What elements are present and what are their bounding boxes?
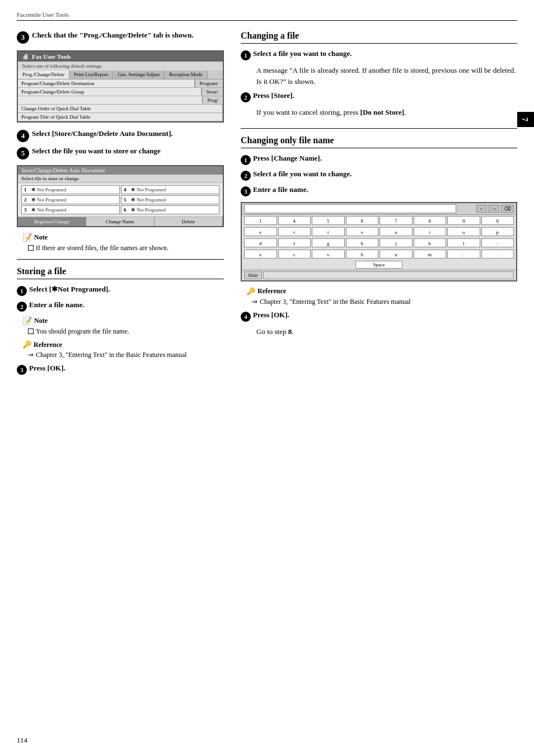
cname-step-1-text: Press [Change Name].	[253, 154, 517, 163]
cname-step-3-text: Enter a file name.	[253, 185, 517, 194]
kb-key-l[interactable]: l	[447, 238, 480, 247]
kb-key-d[interactable]: d	[244, 238, 277, 247]
right-column: Changing a file 1 Select a file you want…	[241, 31, 517, 385]
page-number: 114	[17, 736, 27, 745]
step-5-text: Select the file you want to store or cha…	[32, 147, 224, 156]
changing-file-header: Changing a file	[241, 31, 517, 44]
checkbox-icon-1	[28, 245, 34, 251]
store-cell-1[interactable]: 1 ✱ Not Programed	[21, 185, 120, 194]
ref-title-1: 🔑 Reference	[22, 340, 224, 349]
store-step-2-num: 2	[17, 302, 27, 312]
store-cell-4[interactable]: 4 ✱ Not Programed	[121, 185, 219, 194]
step-5-line: 5 Select the file you want to store or c…	[17, 147, 224, 159]
fax-row-2: Program/Change/Delete Group Store/	[18, 88, 223, 96]
cname-step-4: 4 Press [OK].	[241, 311, 517, 322]
kb-left-btn[interactable]: ←	[476, 205, 487, 213]
kb-del-btn[interactable]: ⌫	[501, 205, 514, 213]
kb-key-0[interactable]: 0	[481, 216, 514, 225]
kb-space-key[interactable]: Space	[355, 261, 402, 269]
store-cell-6[interactable]: 6 ✱ Not Programed	[121, 205, 219, 214]
store-change-dialog: Store/Change/Delete Auto Document Select…	[17, 165, 224, 227]
btn-register-change[interactable]: Registrar/Change	[18, 217, 86, 226]
kb-key-j[interactable]: j	[380, 238, 413, 247]
tab-gen-settings[interactable]: Gen. Settings/Adjust	[113, 71, 165, 79]
kb-key-v[interactable]: v	[346, 227, 379, 236]
top-label: Facsimile User Tools	[17, 11, 69, 18]
store-step-1: 1 Select [✱Not Programed].	[17, 285, 224, 296]
kb-key-p[interactable]: p	[481, 227, 514, 236]
kb-key-x[interactable]: x	[244, 250, 277, 259]
ref-icon-2: 🔑	[246, 287, 255, 296]
fax-ui-subtitle: Select one of following default settings…	[18, 62, 223, 71]
kb-key-m[interactable]: m	[414, 250, 447, 259]
kb-key-colon[interactable]: :	[481, 238, 514, 247]
kb-key-n[interactable]: n	[380, 250, 413, 259]
kb-key-v2[interactable]: v	[312, 250, 345, 259]
store-dialog-subtitle: Select file to store or change.	[18, 175, 223, 183]
store-step-1-text: Select [✱Not Programed].	[29, 285, 224, 294]
store-cell-3[interactable]: 3 ✱ Not Programed	[21, 205, 120, 214]
kb-row-2: e r t v u i o p	[242, 226, 516, 237]
kb-key-9[interactable]: 9	[447, 216, 480, 225]
store-step-2-text: Enter a file name.	[29, 300, 224, 309]
kb-key-c[interactable]: c	[278, 250, 311, 259]
step-4-num: 4	[17, 130, 29, 142]
chapter-tab: 7	[517, 112, 534, 127]
fax-row-5: Program Title of Quick Dial Table	[18, 113, 223, 121]
store-cell-5[interactable]: 5 ✱ Not Programed	[121, 195, 219, 204]
changing-name-header: Changing only file name	[241, 135, 517, 148]
tab-print-list[interactable]: Print List/Report	[69, 71, 113, 79]
fax-ui-title: 🖨 Fax User Tools	[18, 51, 223, 62]
store-dialog-title: Store/Change/Delete Auto Document	[18, 166, 223, 175]
note-title-1: 📝 Note	[22, 233, 224, 242]
step-3-line: 3 Check that the "Prog./Change/Delete" t…	[17, 31, 224, 44]
kb-key-i[interactable]: i	[414, 227, 447, 236]
change-step-1-text: Select a file you want to change.	[253, 49, 517, 58]
store-step-3-text: Press [OK].	[29, 364, 224, 373]
store-grid: 1 ✱ Not Programed 4 ✱ Not Programed 2 ✱ …	[18, 183, 223, 217]
kb-key-t[interactable]: t	[312, 227, 345, 236]
note-box-1: 📝 Note If there are stored files, the fi…	[22, 233, 224, 252]
kb-key-g[interactable]: g	[312, 238, 345, 247]
store-cell-2[interactable]: 2 ✱ Not Programed	[21, 195, 120, 204]
cname-step-3-num: 3	[241, 186, 251, 196]
kb-key-1[interactable]: 1	[244, 216, 277, 225]
kb-key-dot[interactable]: .	[447, 250, 480, 259]
change-step-2-detail: If you want to cancel storing, press [Do…	[256, 107, 517, 118]
kb-key-dot2[interactable]: .	[481, 250, 514, 259]
kb-key-k[interactable]: k	[414, 238, 447, 247]
kb-key-8[interactable]: 8	[346, 216, 379, 225]
kb-right-btn[interactable]: →	[489, 205, 499, 213]
kb-key-u[interactable]: u	[380, 227, 413, 236]
kb-key-7[interactable]: 7	[380, 216, 413, 225]
checkbox-icon-2	[28, 328, 34, 334]
kb-key-8b[interactable]: 8	[414, 216, 447, 225]
kb-shift-key[interactable]: Shift	[244, 271, 262, 279]
kb-key-h[interactable]: h	[346, 238, 379, 247]
kb-key-b[interactable]: b	[346, 250, 379, 259]
kb-row-3: d f g h j k l :	[242, 237, 516, 248]
tab-prog-change-delete[interactable]: Prog./Change/Delete	[18, 71, 69, 79]
change-step-1: 1 Select a file you want to change.	[241, 49, 517, 60]
change-step-1-num: 1	[241, 50, 251, 60]
kb-key-e[interactable]: e	[244, 227, 277, 236]
store-step-1-num: 1	[17, 286, 27, 296]
note-icon-2: 📝	[22, 316, 32, 326]
kb-key-4[interactable]: 4	[278, 216, 311, 225]
kb-key-5[interactable]: 5	[312, 216, 345, 225]
changing-file-section: Changing a file 1 Select a file you want…	[241, 31, 517, 118]
btn-delete[interactable]: Delete	[154, 217, 223, 226]
kb-input-field[interactable]	[244, 204, 456, 213]
kb-key-f[interactable]: f	[278, 238, 311, 247]
fax-row-1: Program/Change/Delete Destination Progra…	[18, 79, 223, 88]
btn-change-name[interactable]: Change Name	[86, 217, 154, 226]
kb-key-r[interactable]: r	[278, 227, 311, 236]
kb-row-4: x c v b n m . .	[242, 248, 516, 260]
cname-step-3: 3 Enter a file name.	[241, 185, 517, 196]
ref-box-2: 🔑 Reference ⇒Chapter 3, "Entering Text" …	[246, 287, 517, 306]
tab-reception-mode[interactable]: Reception Mode	[165, 71, 208, 79]
ref-title-2: 🔑 Reference	[246, 287, 517, 296]
kb-key-o[interactable]: o	[447, 227, 480, 236]
fax-icon: 🖨	[22, 53, 29, 60]
note-box-2: 📝 Note You should program the file name.	[22, 316, 224, 336]
